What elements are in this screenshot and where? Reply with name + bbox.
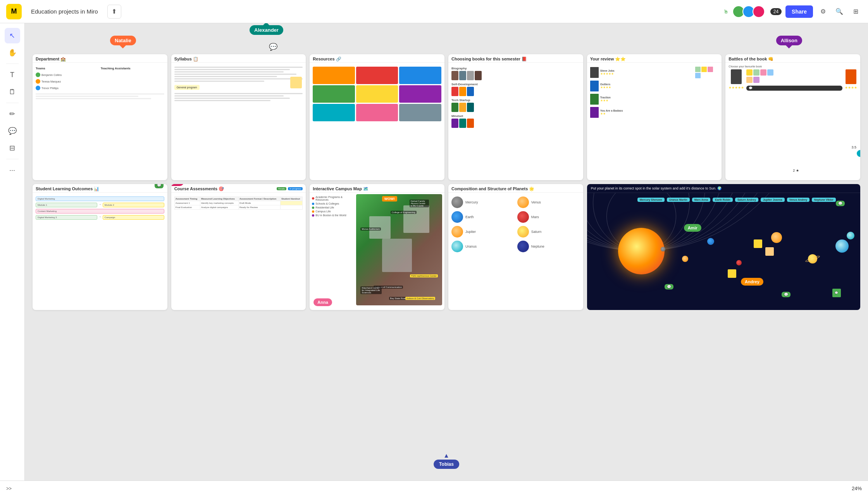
rs-1 — [695, 67, 701, 72]
settings-icon[interactable]: ⚙ — [817, 5, 829, 18]
review-stars-2: ★★★★ — [600, 86, 611, 89]
board-syllabus[interactable]: Syllabus 📋 General program — [171, 54, 306, 180]
solar-earth — [707, 238, 714, 245]
board-resources[interactable]: Resources 🔗 Mark — [310, 54, 444, 180]
assessment-row-1: Assessment 1 Identify key marketing conc… — [174, 201, 303, 205]
battle-book-1 — [731, 69, 742, 84]
campus-layout: Academic Programs & Resources Schools & … — [312, 194, 442, 305]
solar-mars — [736, 260, 742, 265]
user-cursor-allison: Allison — [776, 36, 802, 45]
syllabus-line-6 — [174, 78, 303, 79]
expand-button[interactable]: >> — [6, 486, 12, 491]
sun — [618, 228, 665, 274]
planet-name-neptune: Neptune — [531, 245, 544, 248]
status-ready-badge: Ready — [277, 187, 286, 190]
board-solar[interactable]: Put your planet in its correct spot in t… — [587, 184, 860, 310]
solar-uranus — [847, 232, 854, 239]
resource-3 — [399, 67, 441, 84]
planet-item-earth: Earth — [451, 211, 514, 223]
bio-book-2 — [459, 71, 466, 80]
review-info-1: Steve Jobs ★★★★★ — [600, 69, 615, 76]
planet-name-mars: Mars — [531, 215, 539, 219]
user-cursor-alexander: Alexander — [250, 25, 283, 35]
user-cursor-joanna: Joanna — [857, 150, 860, 157]
board-outcomes[interactable]: Student Learning Outcomes 📊 Digital Mark… — [33, 184, 167, 310]
syllabus-line-3 — [174, 71, 284, 72]
board-title-area[interactable]: Education projects in Miro — [26, 6, 103, 17]
flow-row-3: Content Marketing — [36, 209, 164, 214]
online-count: 24 — [770, 8, 782, 15]
more-tools[interactable]: ··· — [5, 162, 20, 178]
col-handout: Student Handout — [280, 197, 302, 201]
miro-logo[interactable]: M — [6, 4, 22, 19]
solar-title: Put your planet in its correct spot in t… — [587, 184, 860, 193]
resource-6 — [399, 85, 441, 103]
solar-sticky-1 — [754, 239, 762, 248]
legend-label-3: Residential Life — [315, 206, 334, 209]
planets-grid: Mercury Venus Earth Mars — [451, 196, 580, 252]
map-label-judson: Judson & Coit Observatory — [405, 297, 436, 300]
sd-book-2 — [459, 87, 466, 96]
syllabus-tag: General program — [174, 85, 200, 90]
bio-book-4 — [475, 71, 482, 80]
legend-label-2: Schools & Colleges — [315, 202, 339, 205]
assessments-table: Assessment Timing Measured Learning Obje… — [174, 196, 303, 210]
boards-grid: Department 🏫 Teams Teaching Assistants B… — [33, 54, 860, 310]
topbar: M Education projects in Miro ⬆ 🖱 24 Shar… — [0, 0, 868, 23]
planet-item-saturn: Saturn — [517, 226, 580, 238]
board-assessments[interactable]: Course Assessments 🎯 Ready In progress A… — [171, 184, 306, 310]
planet-name-venus: Venus — [531, 200, 541, 204]
syllabus-line-1 — [174, 67, 303, 68]
share-button[interactable]: Share — [785, 5, 813, 18]
map-label-bay-state: Bay State Road — [389, 297, 408, 300]
review-stickies-1 — [695, 67, 718, 78]
sl-2 — [174, 95, 284, 96]
frame-tool[interactable]: ⊟ — [5, 140, 20, 156]
pen-tool[interactable]: ✏ — [5, 106, 20, 122]
amir-bubble-solar: Amir — [684, 224, 701, 232]
rs-3 — [708, 67, 713, 72]
legend-item-2: Schools & Colleges — [312, 202, 355, 205]
review-info-2: Outliers ★★★★ — [600, 83, 611, 89]
board-department[interactable]: Department 🏫 Teams Teaching Assistants B… — [33, 54, 167, 180]
sl-3 — [174, 98, 290, 99]
review-stars-1: ★★★★★ — [600, 72, 615, 76]
legend-dot-1 — [312, 197, 314, 200]
board-planets[interactable]: Composition and Structure of Planets 🌟 M… — [448, 184, 583, 310]
rs-2 — [701, 67, 707, 72]
planet-name-earth: Earth — [465, 215, 474, 219]
person-name-2: Teresa Marquez — [41, 80, 61, 83]
dept-ta-label: Teaching Assistants — [101, 67, 164, 70]
comment-tool[interactable]: 💬 — [5, 123, 20, 139]
canvas[interactable]: Natalie Alexander Allison 💬 Department 🏫… — [25, 23, 868, 496]
search-icon[interactable]: 🔍 — [833, 5, 846, 18]
board-campus[interactable]: Interactive Campus Map 🗺️ Academic Progr… — [310, 184, 444, 310]
resource-8 — [356, 104, 398, 121]
review-stars-4: ★★ — [600, 112, 623, 115]
syllabus-sticky — [290, 77, 302, 88]
battle-col-2: ★★★★ — [845, 69, 857, 91]
board-outcomes-title: Student Learning Outcomes 📊 — [33, 184, 167, 193]
select-tool[interactable]: ↖ — [5, 28, 20, 43]
apps-icon[interactable]: ⊞ — [849, 5, 862, 18]
board-review[interactable]: Your review ⭐⭐ Steve Jobs ★★★★★ — [587, 54, 722, 180]
text-tool[interactable]: T — [5, 67, 20, 83]
upload-button[interactable]: ⬆ — [107, 5, 121, 19]
selfdev-books — [451, 87, 580, 96]
flow-row-1: Digital Marketing — [36, 196, 164, 201]
flow-arrow-1: → — [98, 203, 102, 207]
person-avatar-2 — [36, 79, 40, 84]
board-battles[interactable]: Battles of the book 👊 Choose your favour… — [725, 54, 860, 180]
sticky-tool[interactable]: 🗒 — [5, 84, 20, 100]
dept-line-1 — [36, 93, 164, 95]
hand-tool[interactable]: ✋ — [5, 45, 20, 60]
a-timing-1: Assessment 1 — [174, 201, 200, 205]
bst-2 — [753, 69, 760, 76]
topbar-right: 🖱 24 Share ⚙ 🔍 ⊞ — [723, 5, 862, 18]
tech-books — [451, 103, 580, 112]
solar-label-venus: Venus Andrey — [787, 198, 809, 202]
review-stars-3: ★★★ — [600, 99, 611, 102]
board-books[interactable]: Choosing books for this semester 📕 Biogr… — [448, 54, 583, 180]
flow-box-2: Module 1 — [36, 203, 97, 207]
a-obj-2: Analyze digital campaigns — [200, 205, 238, 210]
